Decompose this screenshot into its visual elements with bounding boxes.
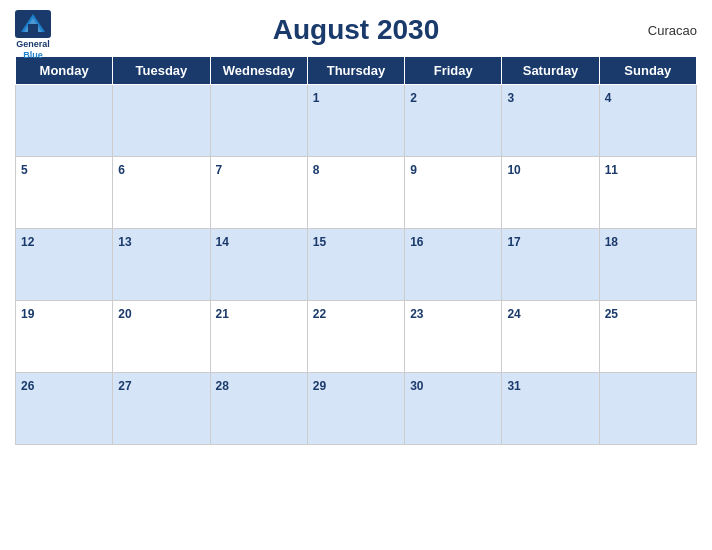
calendar-day-cell: 4: [599, 85, 696, 157]
day-number: 1: [313, 91, 320, 105]
calendar-day-cell: 29: [307, 373, 404, 445]
calendar-grid: Monday Tuesday Wednesday Thursday Friday…: [15, 56, 697, 445]
day-number: 4: [605, 91, 612, 105]
day-number: 23: [410, 307, 423, 321]
day-number: 3: [507, 91, 514, 105]
calendar-title: August 2030: [273, 14, 440, 46]
calendar-week-row: 19202122232425: [16, 301, 697, 373]
calendar-day-cell: [16, 85, 113, 157]
weekday-thursday: Thursday: [307, 57, 404, 85]
day-number: 21: [216, 307, 229, 321]
calendar-day-cell: 3: [502, 85, 599, 157]
day-number: 13: [118, 235, 131, 249]
day-number: 31: [507, 379, 520, 393]
calendar-day-cell: [599, 373, 696, 445]
calendar-day-cell: 22: [307, 301, 404, 373]
calendar-day-cell: 9: [405, 157, 502, 229]
calendar-day-cell: 25: [599, 301, 696, 373]
day-number: 28: [216, 379, 229, 393]
calendar-day-cell: 26: [16, 373, 113, 445]
svg-rect-3: [28, 24, 38, 32]
calendar-day-cell: 13: [113, 229, 210, 301]
logo-area: General Blue: [15, 10, 51, 61]
day-number: 12: [21, 235, 34, 249]
day-number: 24: [507, 307, 520, 321]
calendar-container: General Blue August 2030 Curacao Monday …: [0, 0, 712, 550]
day-number: 6: [118, 163, 125, 177]
calendar-day-cell: 24: [502, 301, 599, 373]
day-number: 20: [118, 307, 131, 321]
calendar-day-cell: 7: [210, 157, 307, 229]
calendar-day-cell: 16: [405, 229, 502, 301]
calendar-day-cell: 30: [405, 373, 502, 445]
logo-text-general: General: [16, 39, 50, 50]
calendar-day-cell: 10: [502, 157, 599, 229]
calendar-week-row: 262728293031: [16, 373, 697, 445]
day-number: 8: [313, 163, 320, 177]
weekday-monday: Monday: [16, 57, 113, 85]
weekday-sunday: Sunday: [599, 57, 696, 85]
day-number: 30: [410, 379, 423, 393]
day-number: 17: [507, 235, 520, 249]
calendar-day-cell: 2: [405, 85, 502, 157]
calendar-week-row: 567891011: [16, 157, 697, 229]
weekday-saturday: Saturday: [502, 57, 599, 85]
day-number: 7: [216, 163, 223, 177]
calendar-day-cell: 12: [16, 229, 113, 301]
calendar-day-cell: 19: [16, 301, 113, 373]
weekday-friday: Friday: [405, 57, 502, 85]
logo-icon: [15, 10, 51, 38]
logo-text-blue: Blue: [23, 50, 43, 61]
weekday-tuesday: Tuesday: [113, 57, 210, 85]
day-number: 9: [410, 163, 417, 177]
calendar-day-cell: 17: [502, 229, 599, 301]
day-number: 22: [313, 307, 326, 321]
day-number: 16: [410, 235, 423, 249]
calendar-day-cell: 1: [307, 85, 404, 157]
day-number: 5: [21, 163, 28, 177]
calendar-day-cell: 15: [307, 229, 404, 301]
calendar-day-cell: [113, 85, 210, 157]
day-number: 27: [118, 379, 131, 393]
calendar-week-row: 12131415161718: [16, 229, 697, 301]
calendar-day-cell: 21: [210, 301, 307, 373]
day-number: 11: [605, 163, 618, 177]
day-number: 26: [21, 379, 34, 393]
calendar-day-cell: 31: [502, 373, 599, 445]
calendar-weekday-header: Monday Tuesday Wednesday Thursday Friday…: [16, 57, 697, 85]
calendar-day-cell: 6: [113, 157, 210, 229]
calendar-day-cell: 23: [405, 301, 502, 373]
calendar-day-cell: 8: [307, 157, 404, 229]
region-label: Curacao: [648, 23, 697, 38]
day-number: 25: [605, 307, 618, 321]
calendar-day-cell: 20: [113, 301, 210, 373]
calendar-day-cell: [210, 85, 307, 157]
day-number: 14: [216, 235, 229, 249]
calendar-day-cell: 18: [599, 229, 696, 301]
calendar-body: 1234567891011121314151617181920212223242…: [16, 85, 697, 445]
calendar-day-cell: 28: [210, 373, 307, 445]
day-number: 10: [507, 163, 520, 177]
day-number: 15: [313, 235, 326, 249]
calendar-day-cell: 27: [113, 373, 210, 445]
calendar-day-cell: 11: [599, 157, 696, 229]
day-number: 18: [605, 235, 618, 249]
day-number: 19: [21, 307, 34, 321]
day-number: 2: [410, 91, 417, 105]
calendar-day-cell: 14: [210, 229, 307, 301]
calendar-week-row: 1234: [16, 85, 697, 157]
weekday-wednesday: Wednesday: [210, 57, 307, 85]
calendar-day-cell: 5: [16, 157, 113, 229]
day-number: 29: [313, 379, 326, 393]
calendar-header: General Blue August 2030 Curacao: [15, 10, 697, 50]
